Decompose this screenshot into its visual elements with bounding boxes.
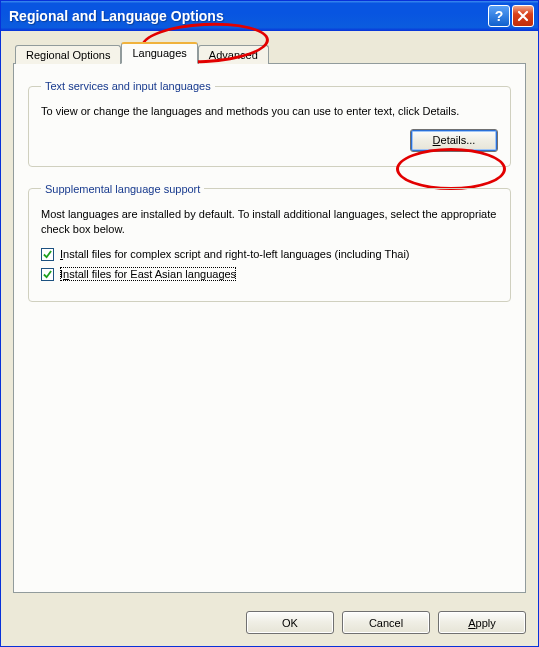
help-button[interactable]: ? [488,5,510,27]
checkbox-box[interactable] [41,268,54,281]
ok-button[interactable]: OK [246,611,334,634]
checkbox-complex-script[interactable]: Install files for complex script and rig… [41,247,498,261]
checkbox-label: Install files for complex script and rig… [60,247,410,261]
checkmark-icon [43,250,52,259]
tab-regional-options[interactable]: Regional Options [15,45,121,64]
tab-label: Regional Options [26,49,110,61]
tab-strip: Regional Options Languages Advanced [15,41,526,63]
group-description: To view or change the languages and meth… [41,104,498,119]
cancel-button[interactable]: Cancel [342,611,430,634]
tab-panel-languages: Text services and input languages To vie… [13,63,526,593]
group-supplemental: Supplemental language support Most langu… [28,183,511,302]
tab-label: Languages [132,47,186,59]
close-icon [517,10,529,22]
details-button[interactable]: Details... [410,129,498,152]
checkmark-icon [43,270,52,279]
group-legend: Supplemental language support [41,183,204,195]
titlebar[interactable]: Regional and Language Options ? [1,1,538,31]
group-description: Most languages are installed by default.… [41,207,498,237]
details-button-label-rest: etails... [441,134,476,146]
checkbox-label: Install files for East Asian languages [60,267,236,281]
group-legend: Text services and input languages [41,80,215,92]
checkbox-box[interactable] [41,248,54,261]
dialog-button-bar: OK Cancel Apply [1,603,538,646]
apply-button[interactable]: Apply [438,611,526,634]
checkbox-east-asian[interactable]: Install files for East Asian languages [41,267,498,281]
tab-advanced[interactable]: Advanced [198,45,269,64]
window-title: Regional and Language Options [9,8,486,24]
close-button[interactable] [512,5,534,27]
help-icon: ? [495,8,504,24]
group-text-services: Text services and input languages To vie… [28,80,511,167]
content-area: Regional Options Languages Advanced Text… [1,31,538,603]
dialog-window: Regional and Language Options ? Regional… [0,0,539,647]
tab-label: Advanced [209,49,258,61]
tab-languages[interactable]: Languages [121,42,197,64]
